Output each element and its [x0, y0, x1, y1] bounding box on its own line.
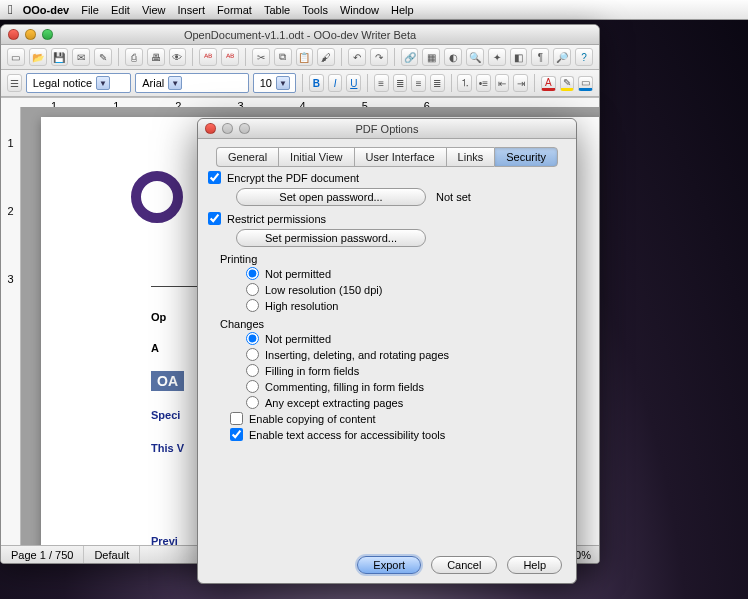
encrypt-checkbox[interactable] — [208, 171, 221, 184]
changes-option-insert-delete-rotate[interactable]: Inserting, deleting, and rotating pages — [246, 348, 566, 361]
close-icon[interactable] — [8, 29, 19, 40]
paragraph-style-combo[interactable]: Legal notice ▼ — [26, 73, 132, 93]
page-style-indicator[interactable]: Default — [84, 546, 140, 563]
page-indicator[interactable]: Page 1 / 750 — [1, 546, 84, 563]
printing-option-low-res[interactable]: Low resolution (150 dpi) — [246, 283, 566, 296]
cut-icon[interactable]: ✂ — [252, 48, 270, 66]
font-size-combo[interactable]: 10 ▼ — [253, 73, 297, 93]
font-color-icon[interactable]: A — [541, 76, 556, 91]
mail-icon[interactable]: ✉ — [72, 48, 90, 66]
changes-radio[interactable] — [246, 348, 259, 361]
tab-initial-view[interactable]: Initial View — [278, 147, 353, 167]
navigator-icon[interactable]: ✦ — [488, 48, 506, 66]
copy-checkbox-row[interactable]: Enable copying of content — [230, 412, 566, 425]
autocorrect-icon[interactable]: ᴬᴮ — [221, 48, 239, 66]
highlight-icon[interactable]: ✎ — [560, 76, 575, 91]
bg-color-icon[interactable]: ▭ — [578, 76, 593, 91]
bold-button[interactable]: B — [309, 74, 324, 92]
menu-edit[interactable]: Edit — [111, 4, 130, 16]
italic-button[interactable]: I — [328, 74, 343, 92]
help-icon[interactable]: ? — [575, 48, 593, 66]
table-icon[interactable]: ▦ — [422, 48, 440, 66]
changes-option-commenting[interactable]: Commenting, filling in form fields — [246, 380, 566, 393]
help-button[interactable]: Help — [507, 556, 562, 574]
nonprint-icon[interactable]: ¶ — [531, 48, 549, 66]
tab-security[interactable]: Security — [494, 147, 558, 167]
tab-general[interactable]: General — [216, 147, 278, 167]
export-button[interactable]: Export — [357, 556, 421, 574]
indent-icon[interactable]: ⇥ — [513, 74, 528, 92]
printing-radio[interactable] — [246, 267, 259, 280]
numbered-list-icon[interactable]: ⒈ — [457, 74, 472, 92]
changes-radio[interactable] — [246, 380, 259, 393]
printing-radio[interactable] — [246, 283, 259, 296]
paint-icon[interactable]: 🖌 — [317, 48, 335, 66]
dialog-titlebar[interactable]: PDF Options — [198, 119, 576, 139]
align-left-icon[interactable]: ≡ — [374, 74, 389, 92]
menu-file[interactable]: File — [81, 4, 99, 16]
printing-option-high-res[interactable]: High resolution — [246, 299, 566, 312]
chevron-down-icon[interactable]: ▼ — [168, 76, 182, 90]
paste-icon[interactable]: 📋 — [296, 48, 314, 66]
changes-option-not-permitted[interactable]: Not permitted — [246, 332, 566, 345]
minimize-icon[interactable] — [25, 29, 36, 40]
save-icon[interactable]: 💾 — [51, 48, 69, 66]
align-right-icon[interactable]: ≡ — [411, 74, 426, 92]
spellcheck-icon[interactable]: ᴬᴮ — [199, 48, 217, 66]
new-icon[interactable]: ▭ — [7, 48, 25, 66]
close-icon[interactable] — [205, 123, 216, 134]
underline-button[interactable]: U — [346, 74, 361, 92]
draw-icon[interactable]: ◐ — [444, 48, 462, 66]
pdf-icon[interactable]: ⎙ — [125, 48, 143, 66]
menu-window[interactable]: Window — [340, 4, 379, 16]
changes-radio[interactable] — [246, 364, 259, 377]
zoom-tool-icon[interactable]: 🔎 — [553, 48, 571, 66]
find-icon[interactable]: 🔍 — [466, 48, 484, 66]
printing-option-not-permitted[interactable]: Not permitted — [246, 267, 566, 280]
menu-tools[interactable]: Tools — [302, 4, 328, 16]
changes-option-any-except-extract[interactable]: Any except extracting pages — [246, 396, 566, 409]
menu-format[interactable]: Format — [217, 4, 252, 16]
changes-option-form-fields[interactable]: Filling in form fields — [246, 364, 566, 377]
copy-checkbox[interactable] — [230, 412, 243, 425]
changes-radio[interactable] — [246, 396, 259, 409]
tab-links[interactable]: Links — [446, 147, 495, 167]
chevron-down-icon[interactable]: ▼ — [96, 76, 110, 90]
menu-insert[interactable]: Insert — [178, 4, 206, 16]
app-name[interactable]: OOo-dev — [23, 4, 69, 16]
menu-table[interactable]: Table — [264, 4, 290, 16]
set-permission-password-button[interactable]: Set permission password... — [236, 229, 426, 247]
restrict-checkbox[interactable] — [208, 212, 221, 225]
writer-titlebar[interactable]: OpenDocument-v1.1.odt - OOo-dev Writer B… — [1, 25, 599, 45]
vertical-ruler[interactable]: 1 2 3 — [1, 107, 21, 545]
cancel-button[interactable]: Cancel — [431, 556, 497, 574]
printing-radio[interactable] — [246, 299, 259, 312]
tab-user-interface[interactable]: User Interface — [354, 147, 446, 167]
accessibility-checkbox-row[interactable]: Enable text access for accessibility too… — [230, 428, 566, 441]
accessibility-checkbox[interactable] — [230, 428, 243, 441]
chevron-down-icon[interactable]: ▼ — [276, 76, 290, 90]
styles-icon[interactable]: ☰ — [7, 74, 22, 92]
outdent-icon[interactable]: ⇤ — [495, 74, 510, 92]
set-open-password-button[interactable]: Set open password... — [236, 188, 426, 206]
font-combo[interactable]: Arial ▼ — [135, 73, 248, 93]
apple-icon[interactable]:  — [8, 2, 13, 17]
redo-icon[interactable]: ↷ — [370, 48, 388, 66]
changes-radio[interactable] — [246, 332, 259, 345]
align-center-icon[interactable]: ≣ — [393, 74, 408, 92]
menu-help[interactable]: Help — [391, 4, 414, 16]
menu-view[interactable]: View — [142, 4, 166, 16]
restrict-checkbox-row[interactable]: Restrict permissions — [208, 212, 566, 225]
open-icon[interactable]: 📂 — [29, 48, 47, 66]
hyperlink-icon[interactable]: 🔗 — [401, 48, 419, 66]
zoom-icon[interactable] — [42, 29, 53, 40]
undo-icon[interactable]: ↶ — [348, 48, 366, 66]
preview-icon[interactable]: 👁 — [169, 48, 187, 66]
copy-icon[interactable]: ⧉ — [274, 48, 292, 66]
gallery-icon[interactable]: ◧ — [510, 48, 528, 66]
print-icon[interactable]: 🖶 — [147, 48, 165, 66]
edit-icon[interactable]: ✎ — [94, 48, 112, 66]
bullet-list-icon[interactable]: •≡ — [476, 74, 491, 92]
align-justify-icon[interactable]: ≣ — [430, 74, 445, 92]
encrypt-checkbox-row[interactable]: Encrypt the PDF document — [208, 171, 566, 184]
